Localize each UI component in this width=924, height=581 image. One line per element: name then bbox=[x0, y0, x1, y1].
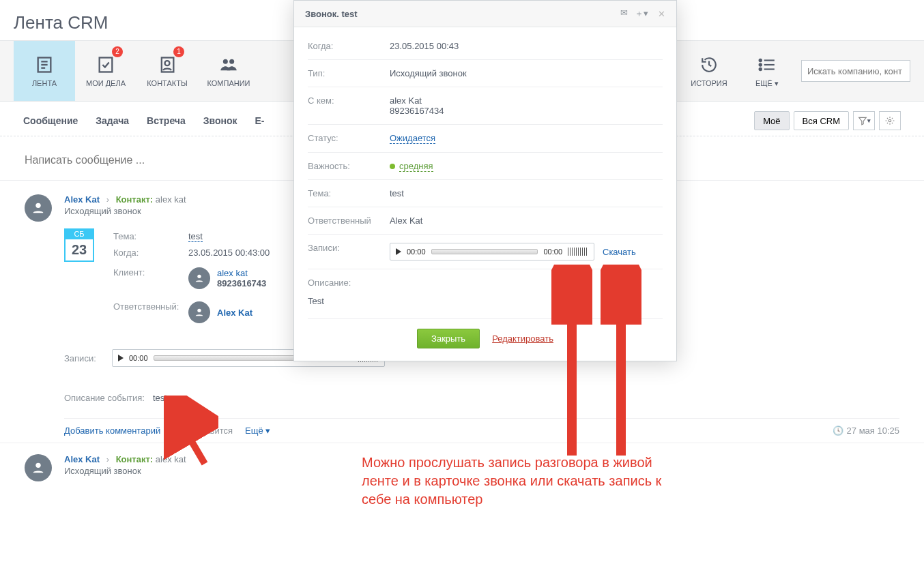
history-icon bbox=[699, 55, 719, 75]
play-icon[interactable] bbox=[118, 355, 124, 361]
avatar[interactable] bbox=[25, 454, 52, 481]
svg-point-20 bbox=[35, 463, 40, 468]
time-current: 00:00 bbox=[407, 248, 426, 256]
value: test bbox=[390, 188, 663, 198]
play-icon[interactable] bbox=[396, 248, 401, 255]
value: 23.05.2015 00:43:00 bbox=[188, 248, 270, 258]
toolbar-feed[interactable]: ЛЕНТА bbox=[14, 41, 75, 101]
tab-meeting[interactable]: Встреча bbox=[147, 115, 186, 126]
svg-point-16 bbox=[889, 119, 891, 122]
author-link[interactable]: Alex Kat bbox=[64, 454, 100, 464]
svg-rect-4 bbox=[100, 58, 113, 72]
label: Тип: bbox=[308, 68, 390, 78]
svg-point-6 bbox=[165, 61, 170, 65]
like-block[interactable]: 👍 0 Нравится bbox=[173, 426, 233, 436]
timestamp: 🕓27 мая 10:25 bbox=[833, 426, 899, 436]
avatar[interactable] bbox=[188, 267, 210, 289]
author-link[interactable]: Alex Kat bbox=[64, 194, 100, 205]
tab-task[interactable]: Задача bbox=[96, 115, 129, 126]
label: Когда: bbox=[308, 41, 390, 51]
toolbar-label: КОНТАКТЫ bbox=[147, 79, 187, 87]
avatar[interactable] bbox=[188, 301, 210, 323]
edit-link[interactable]: Редактировать bbox=[492, 333, 553, 344]
search-input[interactable] bbox=[801, 60, 910, 82]
toolbar-label: МОИ ДЕЛА bbox=[86, 79, 126, 87]
toolbar-tasks[interactable]: 2 МОИ ДЕЛА bbox=[75, 41, 136, 101]
day-of-month: 23 bbox=[64, 239, 94, 262]
modal-title: Звонок. test bbox=[305, 9, 358, 19]
priority[interactable]: средняя bbox=[390, 161, 663, 171]
tab-message[interactable]: Сообщение bbox=[23, 115, 78, 126]
svg-marker-15 bbox=[858, 117, 866, 125]
chevron-down-icon: ▾ bbox=[265, 426, 270, 436]
svg-point-18 bbox=[197, 275, 201, 278]
toolbar-contacts[interactable]: 1 КОНТАКТЫ bbox=[136, 41, 198, 101]
chevron-down-icon: ▾ bbox=[775, 79, 779, 87]
label: Записи: bbox=[64, 353, 112, 363]
svg-point-11 bbox=[760, 63, 762, 65]
modal-header: Звонок. test ✉ ＋▾ ✕ bbox=[294, 1, 676, 27]
responsible-link[interactable]: Alex Kat bbox=[217, 308, 252, 318]
toolbar-label: ЛЕНТА bbox=[32, 79, 57, 87]
toolbar-companies[interactable]: КОМПАНИИ bbox=[198, 41, 259, 101]
volume-icon[interactable] bbox=[568, 248, 588, 256]
close-icon[interactable]: ✕ bbox=[658, 9, 665, 19]
value: test bbox=[153, 393, 167, 403]
filter-group: Моё Вся CRM ▾ bbox=[754, 111, 901, 130]
modal-footer: Закрыть Редактировать bbox=[308, 318, 663, 361]
client-phone: 8923616743 bbox=[217, 278, 266, 288]
label: Описание события: bbox=[64, 393, 153, 403]
label: Когда: bbox=[113, 248, 188, 258]
mail-icon[interactable]: ✉ bbox=[620, 8, 628, 20]
add-icon[interactable]: ＋▾ bbox=[635, 8, 648, 20]
more-link[interactable]: Ещё ▾ bbox=[245, 426, 270, 436]
thumbs-up-icon: 👍 bbox=[173, 426, 184, 436]
svg-point-9 bbox=[760, 59, 762, 61]
tab-email[interactable]: E- bbox=[255, 115, 265, 126]
download-link[interactable]: Скачать bbox=[603, 247, 636, 257]
status-link[interactable]: Ожидается bbox=[390, 133, 435, 144]
date-badge: СБ 23 bbox=[64, 228, 94, 326]
relation-name[interactable]: alex kat bbox=[156, 454, 186, 464]
client-link[interactable]: alex kat bbox=[217, 268, 266, 278]
relation-label: Контакт: bbox=[116, 454, 154, 464]
toolbar-label: ИСТОРИЯ bbox=[691, 79, 727, 87]
label: Клиент: bbox=[113, 267, 188, 278]
theme-link[interactable]: test bbox=[188, 231, 203, 242]
clock-icon: 🕓 bbox=[833, 426, 843, 436]
priority-dot-icon bbox=[390, 164, 395, 169]
svg-point-13 bbox=[760, 68, 762, 70]
filter-funnel[interactable]: ▾ bbox=[853, 111, 875, 130]
filter-settings[interactable] bbox=[879, 111, 901, 130]
label: Ответственный: bbox=[113, 301, 188, 312]
toolbar-more[interactable]: ЕЩЁ ▾ bbox=[747, 41, 788, 101]
svg-point-19 bbox=[197, 309, 201, 312]
feed-icon bbox=[34, 55, 55, 75]
toolbar-label: КОМПАНИИ bbox=[207, 79, 250, 87]
add-comment-link[interactable]: Добавить комментарий bbox=[64, 426, 160, 436]
tab-call[interactable]: Звонок bbox=[203, 115, 237, 126]
day-of-week: СБ bbox=[64, 228, 94, 239]
label: Записи: bbox=[308, 243, 390, 260]
annotation-text: Можно прослушать запись разговора в живо… bbox=[362, 453, 662, 509]
relation-name[interactable]: alex kat bbox=[156, 194, 186, 205]
seek-bar[interactable] bbox=[431, 249, 538, 254]
time-total: 00:00 bbox=[543, 248, 562, 256]
label: Тема: bbox=[308, 188, 390, 198]
value: alex Kat89236167434 bbox=[390, 95, 663, 116]
audio-player[interactable]: 00:00 00:00 bbox=[390, 243, 594, 260]
label: Важность: bbox=[308, 161, 390, 171]
filter-all[interactable]: Вся CRM bbox=[794, 111, 849, 130]
label: Статус: bbox=[308, 133, 390, 144]
close-button[interactable]: Закрыть bbox=[417, 329, 480, 348]
label: Ответственный bbox=[308, 215, 390, 226]
svg-point-7 bbox=[223, 59, 228, 64]
avatar[interactable] bbox=[25, 194, 52, 222]
toolbar-history[interactable]: ИСТОРИЯ bbox=[685, 41, 733, 101]
filter-mine[interactable]: Моё bbox=[754, 111, 789, 130]
badge: 1 bbox=[173, 46, 184, 57]
label: С кем: bbox=[308, 95, 390, 116]
call-modal: Звонок. test ✉ ＋▾ ✕ Когда:23.05.2015 00:… bbox=[293, 0, 677, 361]
chevron-icon: › bbox=[102, 194, 113, 205]
badge: 2 bbox=[112, 46, 123, 57]
